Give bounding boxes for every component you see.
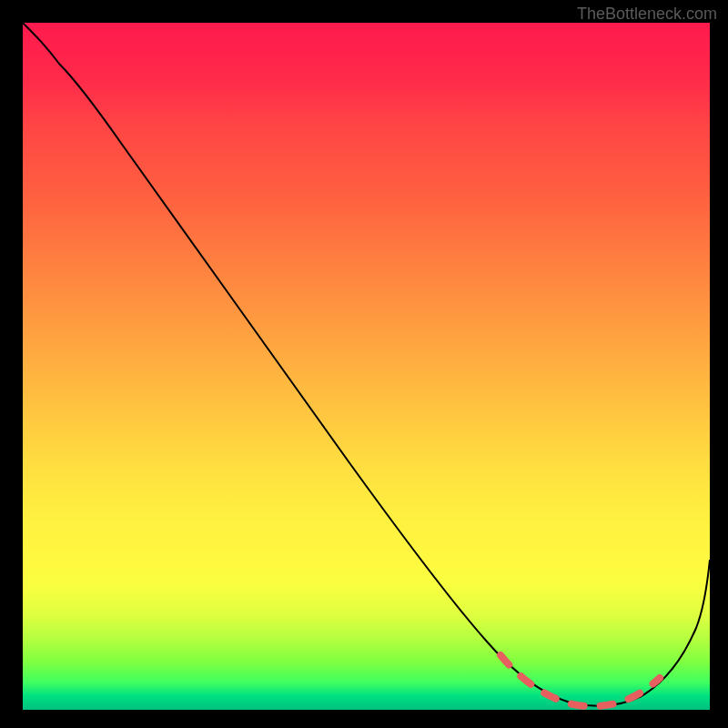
plot-area <box>23 23 710 710</box>
bottleneck-curve <box>23 23 710 706</box>
chart-svg <box>23 23 710 710</box>
attribution-text: TheBottleneck.com <box>577 5 717 24</box>
optimal-zone-highlight <box>500 655 660 706</box>
